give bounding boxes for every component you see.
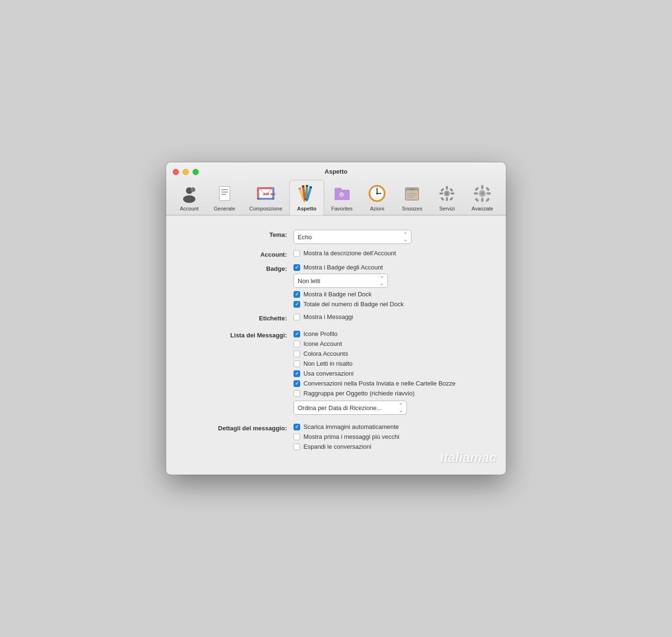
svg-rect-39 (446, 197, 448, 201)
badge-dock-row: Mostra il Badge nel Dock (294, 291, 482, 298)
lista-messaggi-row: Lista dei Messaggi: Icone Profilo Icone … (190, 330, 482, 415)
tab-generale-label: Generale (214, 206, 235, 211)
lista-checkbox-6[interactable] (294, 390, 300, 397)
lista-checkbox-0[interactable] (294, 331, 300, 337)
tema-control: Echo ⌃⌄ (294, 230, 482, 244)
svg-point-58 (480, 192, 484, 195)
lista-checkbox-2[interactable] (294, 351, 300, 357)
dettagli-checkbox-2[interactable] (294, 444, 300, 450)
dettagli-opt-2: Espandi le conversazioni (294, 443, 482, 450)
svg-rect-40 (439, 193, 443, 194)
lista-sort-value: Ordina per Data di Ricezione... (298, 404, 382, 411)
account-checkbox[interactable] (294, 250, 300, 257)
svg-point-47 (445, 192, 448, 195)
lista-messaggi-label: Lista dei Messaggi: (190, 330, 294, 339)
badge-checkbox-row: Mostra i Badge degli Account (294, 264, 482, 271)
lista-label-0: Icone Profilo (303, 330, 337, 337)
minimize-button[interactable] (183, 169, 189, 175)
badge-checkbox[interactable] (294, 264, 300, 271)
close-button[interactable] (173, 169, 179, 175)
svg-rect-49 (481, 185, 484, 189)
tab-composizione-label: Composizione (249, 206, 282, 211)
tab-snoozes[interactable]: Snoozes (395, 180, 429, 215)
tab-favorites[interactable]: ⚙ Favorites (324, 180, 360, 215)
dettagli-checkbox-1[interactable] (294, 434, 300, 440)
badge-totale-checkbox[interactable] (294, 301, 300, 308)
favorites-icon: ⚙ (332, 183, 353, 204)
badge-label: Badge: (190, 264, 294, 272)
tema-arrow-icon: ⌃⌄ (403, 232, 407, 242)
main-window: Aspetto Account (166, 162, 506, 475)
account-row: Account: Mostra la descrizione dell'Acco… (190, 250, 482, 258)
avanzate-icon (472, 183, 493, 204)
lista-label-5: Conversazioni nella Posta Inviata e nell… (303, 380, 455, 387)
tab-favorites-label: Favorites (331, 206, 353, 211)
lista-checkbox-5[interactable] (294, 380, 300, 387)
lista-label-2: Colora Accounts (303, 350, 348, 357)
etichette-row: Etichette: Mostra i Messaggi (190, 313, 482, 322)
lista-opt-6: Raggruppa per Oggetto (richiede riavvio) (294, 390, 482, 397)
dettagli-label-1: Mostra prima i messaggi più vecchi (303, 433, 399, 440)
lista-checkbox-4[interactable] (294, 370, 300, 377)
lista-checkbox-1[interactable] (294, 341, 300, 347)
lista-checkbox-3[interactable] (294, 360, 300, 367)
svg-rect-41 (451, 193, 454, 194)
badge-dock-checkbox[interactable] (294, 291, 300, 298)
badge-select-arrow-icon: ⌃⌄ (380, 276, 384, 286)
content-area: Tema: Echo ⌃⌄ Account: Mostra la descriz… (166, 215, 506, 475)
lista-opt-2: Colora Accounts (294, 350, 482, 357)
lista-opt-0: Icone Profilo (294, 330, 482, 337)
svg-rect-4 (221, 189, 228, 190)
tab-avanzate-label: Avanzate (471, 206, 493, 211)
azioni-icon (367, 183, 387, 204)
toolbar: Account Generale (166, 180, 506, 215)
content-wrapper: Tema: Echo ⌃⌄ Account: Mostra la descriz… (166, 215, 506, 475)
etichette-checkbox[interactable] (294, 314, 300, 320)
dettagli-checkbox-0[interactable] (294, 424, 300, 430)
svg-rect-33 (409, 189, 415, 190)
svg-text:⚙: ⚙ (339, 191, 344, 198)
tab-avanzate[interactable]: Avanzate (464, 180, 500, 215)
svg-rect-53 (475, 187, 479, 192)
tab-aspetto-label: Aspetto (297, 206, 317, 211)
dettagli-opt-0: Scarica immagini automaticamente (294, 423, 482, 430)
tab-account[interactable]: Account (172, 180, 207, 215)
svg-rect-56 (486, 198, 490, 202)
svg-point-1 (183, 195, 195, 203)
tema-value: Echo (298, 234, 312, 241)
badge-select[interactable]: Non letti ⌃⌄ (294, 274, 388, 288)
tab-servizi-label: Servizi (439, 206, 455, 211)
dettagli-label-0: Scarica immagini automaticamente (303, 423, 399, 430)
tab-aspetto[interactable]: Aspetto (289, 180, 324, 215)
etichette-checkbox-row: Mostra i Messaggi (294, 313, 482, 320)
lista-sort-arrow-icon: ⌃⌄ (399, 402, 403, 413)
tema-select[interactable]: Echo ⌃⌄ (294, 230, 412, 244)
lista-messaggi-control: Icone Profilo Icone Account Colora Accou… (294, 330, 482, 415)
svg-rect-45 (450, 197, 454, 201)
account-checkbox-label: Mostra la descrizione dell'Account (303, 250, 396, 257)
svg-point-2 (191, 187, 195, 192)
svg-rect-44 (441, 197, 445, 201)
snoozes-icon (402, 183, 422, 204)
lista-opt-1: Icone Account (294, 340, 482, 347)
tab-azioni[interactable]: Azioni (360, 180, 395, 215)
svg-rect-18 (302, 185, 305, 188)
aspetto-icon (296, 183, 317, 204)
tab-composizione[interactable]: AIR MAIL Composizione (242, 180, 289, 215)
lista-label-6: Raggruppa per Oggetto (richiede riavvio) (303, 390, 415, 397)
tab-servizi[interactable]: Servizi (429, 180, 464, 215)
dettagli-control: Scarica immagini automaticamente Mostra … (294, 423, 482, 450)
svg-rect-21 (306, 185, 308, 187)
tab-snoozes-label: Snoozes (402, 206, 422, 211)
tab-generale[interactable]: Generale (207, 180, 242, 215)
window-title: Aspetto (166, 168, 506, 175)
lista-sort-select[interactable]: Ordina per Data di Ricezione... ⌃⌄ (294, 401, 407, 415)
badge-control: Mostra i Badge degli Account Non letti ⌃… (294, 264, 482, 308)
etichette-control: Mostra i Messaggi (294, 313, 482, 320)
tema-label: Tema: (190, 230, 294, 238)
svg-rect-51 (474, 193, 478, 195)
maximize-button[interactable] (193, 169, 199, 175)
traffic-lights (173, 169, 199, 175)
svg-rect-43 (450, 188, 454, 192)
svg-text:AIR MAIL: AIR MAIL (263, 192, 275, 196)
